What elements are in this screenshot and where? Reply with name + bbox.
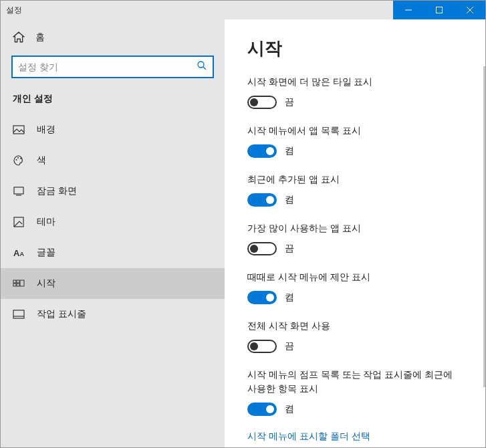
toggle-state-label: 켬 xyxy=(285,403,294,415)
setting-item: 때때로 시작 메뉴에 제안 표시켬 xyxy=(247,270,463,304)
toggle-state-label: 켬 xyxy=(285,194,294,206)
nav-label: 잠금 화면 xyxy=(37,185,77,197)
svg-rect-1 xyxy=(437,7,443,13)
setting-item: 시작 화면에 더 많은 타일 표시끔 xyxy=(247,75,463,109)
window-controls xyxy=(393,1,485,19)
svg-rect-14 xyxy=(17,280,19,283)
setting-item: 가장 많이 사용하는 앱 표시끔 xyxy=(247,221,463,255)
setting-label: 가장 많이 사용하는 앱 표시 xyxy=(247,221,463,235)
minimize-button[interactable] xyxy=(393,1,424,19)
toggle-state-label: 끔 xyxy=(285,243,294,255)
setting-item: 시작 메뉴의 점프 목록 또는 작업 표시줄에 최근에 사용한 항목 표시켬 xyxy=(247,368,463,416)
svg-rect-15 xyxy=(13,284,16,286)
nav-label: 글꼴 xyxy=(37,247,55,259)
nav-taskbar[interactable]: 작업 표시줄 xyxy=(1,299,225,330)
setting-label: 시작 메뉴에서 앱 목록 표시 xyxy=(247,124,463,138)
nav-themes[interactable]: 테마 xyxy=(1,207,225,237)
svg-rect-17 xyxy=(20,280,24,286)
toggle-switch[interactable] xyxy=(247,242,277,255)
window-title: 설정 xyxy=(1,1,393,20)
choose-folders-link[interactable]: 시작 메뉴에 표시할 폴더 선택 xyxy=(247,431,463,443)
home-icon xyxy=(13,31,25,43)
nav-start[interactable]: 시작 xyxy=(1,268,225,299)
titlebar: 설정 xyxy=(1,1,485,19)
toggle-state-label: 끔 xyxy=(285,96,294,108)
nav-label: 색 xyxy=(37,154,46,166)
maximize-button[interactable] xyxy=(424,1,455,19)
svg-point-7 xyxy=(16,159,17,160)
svg-point-9 xyxy=(20,158,21,159)
search-input[interactable] xyxy=(18,62,197,72)
page-title: 시작 xyxy=(247,37,463,60)
svg-point-8 xyxy=(17,157,19,158)
setting-label: 전체 시작 화면 사용 xyxy=(247,319,463,333)
setting-label: 때때로 시작 메뉴에 제안 표시 xyxy=(247,270,463,284)
sidebar: 홈 개인 설정 배경 색 잠금 화면 xyxy=(1,19,225,447)
svg-rect-13 xyxy=(13,280,16,283)
nav-label: 작업 표시줄 xyxy=(37,308,86,320)
toggle-switch[interactable] xyxy=(247,403,277,416)
nav-background[interactable]: 배경 xyxy=(1,114,225,145)
taskbar-icon xyxy=(13,308,25,320)
nav-label: 테마 xyxy=(37,216,55,228)
nav-lockscreen[interactable]: 잠금 화면 xyxy=(1,176,225,207)
theme-icon xyxy=(13,216,25,228)
setting-label: 시작 메뉴의 점프 목록 또는 작업 표시줄에 최근에 사용한 항목 표시 xyxy=(247,368,463,396)
palette-icon xyxy=(13,154,25,166)
toggle-switch[interactable] xyxy=(247,96,277,109)
scrollbar[interactable] xyxy=(483,66,485,387)
picture-icon xyxy=(13,124,25,136)
nav-fonts[interactable]: AA 글꼴 xyxy=(1,237,225,268)
toggle-state-label: 켬 xyxy=(285,145,294,157)
nav-label: 시작 xyxy=(37,277,55,290)
setting-label: 최근에 추가된 앱 표시 xyxy=(247,173,463,187)
svg-rect-10 xyxy=(14,187,23,194)
toggle-switch[interactable] xyxy=(247,340,277,353)
svg-rect-16 xyxy=(17,284,19,286)
svg-point-4 xyxy=(198,62,204,68)
content-area: 시작 시작 화면에 더 많은 타일 표시끔시작 메뉴에서 앱 목록 표시켬최근에… xyxy=(225,19,485,447)
section-header: 개인 설정 xyxy=(1,88,225,114)
toggle-switch[interactable] xyxy=(247,291,277,304)
search-box[interactable] xyxy=(11,55,214,78)
font-icon: AA xyxy=(13,247,25,259)
toggle-state-label: 끔 xyxy=(285,340,294,352)
close-button[interactable] xyxy=(455,1,485,19)
nav-colors[interactable]: 색 xyxy=(1,145,225,176)
nav-home[interactable]: 홈 xyxy=(1,23,225,51)
nav-home-label: 홈 xyxy=(35,31,45,43)
setting-item: 시작 메뉴에서 앱 목록 표시켬 xyxy=(247,124,463,158)
toggle-switch[interactable] xyxy=(247,144,277,158)
toggle-switch[interactable] xyxy=(247,193,277,207)
setting-item: 전체 시작 화면 사용끔 xyxy=(247,319,463,353)
search-icon xyxy=(197,60,207,74)
nav-label: 배경 xyxy=(37,124,55,136)
setting-label: 시작 화면에 더 많은 타일 표시 xyxy=(247,75,463,89)
setting-item: 최근에 추가된 앱 표시켬 xyxy=(247,173,463,207)
svg-rect-18 xyxy=(13,310,24,318)
toggle-state-label: 켬 xyxy=(285,292,294,304)
lock-screen-icon xyxy=(13,185,25,197)
start-icon xyxy=(13,277,25,290)
svg-line-5 xyxy=(203,67,206,70)
svg-rect-6 xyxy=(13,126,24,134)
